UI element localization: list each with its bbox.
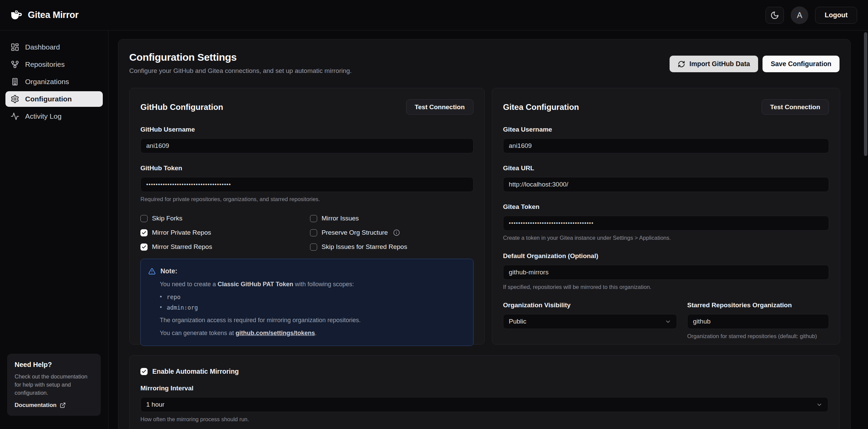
note-tokens-line: You can generate tokens at github.com/se… [160, 330, 466, 337]
sidebar-item-label: Organizations [25, 78, 69, 86]
settings-tokens-link[interactable]: github.com/settings/tokens [236, 330, 315, 336]
note-scope-item: repo [160, 293, 466, 300]
gear-icon [11, 95, 19, 103]
page-subtitle: Configure your GitHub and Gitea connecti… [129, 67, 352, 75]
github-configuration-card: GitHub Configuration Test Connection Git… [129, 88, 485, 345]
checkbox-mirror-issues[interactable]: Mirror Issues [310, 215, 474, 222]
checkbox-skip-forks[interactable]: Skip Forks [140, 215, 310, 222]
checkbox-preserve-org-structure[interactable]: Preserve Org Structure [310, 229, 474, 236]
starred-repos-org-input[interactable] [687, 314, 829, 329]
avatar[interactable]: A [791, 6, 808, 24]
external-link-icon [60, 402, 66, 408]
page-title: Configuration Settings [129, 52, 352, 63]
check-icon [141, 245, 147, 250]
check-icon [141, 230, 147, 235]
logout-button[interactable]: Logout [815, 7, 857, 24]
mirroring-interval-help: How often the mirroring process should r… [140, 416, 828, 423]
organization-visibility-label: Organization Visibility [503, 301, 677, 309]
gitea-token-help: Create a token in your Gitea instance un… [503, 235, 829, 241]
refresh-icon [678, 60, 685, 68]
avatar-letter: A [797, 11, 802, 20]
organization-visibility-select[interactable]: Public [503, 314, 677, 329]
github-username-input[interactable] [140, 138, 474, 153]
chevron-down-icon [665, 318, 671, 325]
gitea-username-input[interactable] [503, 138, 829, 153]
starred-repos-org-help: Organization for starred repositories (d… [687, 333, 829, 339]
gitea-configuration-card: Gitea Configuration Test Connection Gite… [492, 88, 840, 345]
checkbox-mirror-starred-repos[interactable]: Mirror Starred Repos [140, 243, 310, 251]
save-configuration-button[interactable]: Save Configuration [763, 56, 840, 72]
mirroring-interval-label: Mirroring Interval [140, 385, 828, 392]
help-title: Need Help? [15, 361, 93, 369]
gitea-token-input[interactable] [503, 216, 829, 231]
gitea-test-connection-button[interactable]: Test Connection [761, 99, 829, 115]
app-title: Gitea Mirror [28, 10, 78, 20]
note-body-text: The organization access is required for … [160, 317, 466, 324]
gitea-username-label: Gitea Username [503, 126, 829, 133]
documentation-link[interactable]: Documentation [15, 402, 93, 409]
info-icon[interactable] [393, 229, 400, 236]
github-token-input[interactable] [140, 177, 474, 192]
top-bar: Gitea Mirror A Logout [0, 0, 868, 31]
activity-icon [11, 112, 19, 121]
checkbox-box [140, 215, 148, 222]
github-card-title: GitHub Configuration [140, 102, 223, 112]
chevron-down-icon [816, 402, 823, 408]
note-heading: Note: [160, 267, 177, 275]
gitea-token-label: Gitea Token [503, 203, 829, 211]
import-github-data-button[interactable]: Import GitHub Data [670, 56, 758, 72]
scrollbar-thumb[interactable] [864, 32, 867, 156]
default-organization-help: If specified, repositories will be mirro… [503, 284, 829, 290]
github-token-help: Required for private repositories, organ… [140, 196, 474, 202]
note-scope-item: admin:org [160, 304, 466, 311]
checkbox-box [310, 243, 317, 251]
sidebar-item-organizations[interactable]: Organizations [5, 74, 103, 90]
need-help-card: Need Help? Check out the documentation f… [7, 354, 101, 416]
sidebar-item-repositories[interactable]: Repositories [5, 57, 103, 72]
default-organization-label: Default Organization (Optional) [503, 252, 829, 260]
help-body: Check out the documentation for help wit… [15, 373, 93, 397]
theme-toggle-button[interactable] [766, 7, 784, 24]
sidebar-item-configuration[interactable]: Configuration [5, 91, 103, 107]
github-token-label: GitHub Token [140, 164, 474, 172]
gitea-logo-icon [10, 9, 23, 21]
moon-icon [770, 11, 779, 20]
gitea-url-label: Gitea URL [503, 164, 829, 172]
default-organization-input[interactable] [503, 265, 829, 280]
mirroring-interval-select[interactable]: 1 hour [140, 397, 828, 412]
sidebar: Dashboard Repositories Organizations Con… [0, 31, 109, 429]
git-fork-icon [11, 60, 19, 69]
sidebar-item-label: Dashboard [25, 43, 60, 51]
checkbox-mirror-private-repos[interactable]: Mirror Private Repos [140, 229, 310, 236]
sidebar-item-label: Activity Log [25, 112, 61, 120]
github-test-connection-button[interactable]: Test Connection [406, 99, 474, 115]
checkbox-box [140, 368, 148, 375]
alert-triangle-icon [148, 268, 156, 275]
main-area: Configuration Settings Configure your Gi… [109, 31, 868, 429]
sidebar-item-activity-log[interactable]: Activity Log [5, 109, 103, 124]
building-icon [11, 77, 19, 86]
github-pat-note: Note: You need to create a Classic GitHu… [140, 259, 474, 346]
starred-repos-org-label: Starred Repositories Organization [687, 301, 829, 309]
checkbox-skip-issues-starred[interactable]: Skip Issues for Starred Repos [310, 243, 474, 251]
sidebar-item-dashboard[interactable]: Dashboard [5, 39, 103, 55]
gitea-url-input[interactable] [503, 177, 829, 192]
note-intro: You need to create a Classic GitHub PAT … [160, 281, 466, 288]
checkbox-box [310, 215, 317, 222]
check-icon [141, 369, 147, 374]
brand[interactable]: Gitea Mirror [10, 9, 78, 21]
checkbox-box [140, 243, 148, 251]
github-username-label: GitHub Username [140, 126, 474, 133]
automatic-mirroring-card: Enable Automatic Mirroring Mirroring Int… [129, 355, 840, 429]
dashboard-icon [11, 43, 19, 52]
checkbox-box [140, 229, 148, 236]
settings-container: Configuration Settings Configure your Gi… [118, 39, 851, 429]
checkbox-box [310, 229, 317, 236]
checkbox-enable-automatic-mirroring[interactable]: Enable Automatic Mirroring [140, 368, 828, 375]
sidebar-item-label: Configuration [25, 95, 72, 103]
sidebar-item-label: Repositories [25, 60, 65, 69]
gitea-card-title: Gitea Configuration [503, 102, 579, 112]
